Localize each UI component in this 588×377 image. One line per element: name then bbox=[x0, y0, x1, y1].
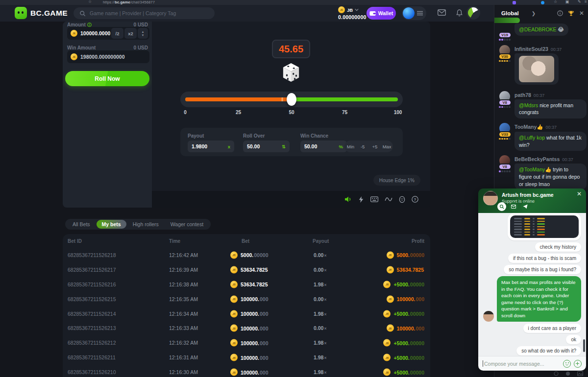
lightning-icon[interactable] bbox=[358, 196, 364, 203]
win-chance-input[interactable]: 50.00% bbox=[300, 141, 347, 152]
column-header: Payout bbox=[313, 238, 329, 244]
bankroll-icon[interactable] bbox=[399, 196, 405, 203]
trophy-icon[interactable] bbox=[568, 10, 574, 17]
profile-menu[interactable] bbox=[402, 6, 426, 20]
extension-icon[interactable] bbox=[513, 1, 516, 4]
user-message[interactable]: check my history bbox=[535, 242, 581, 252]
chat-room-title[interactable]: Global bbox=[501, 10, 519, 16]
amount-stepper[interactable]: ▲▼ bbox=[138, 28, 148, 39]
user-message[interactable]: i dont care as a player bbox=[523, 324, 581, 333]
extension-icon[interactable] bbox=[541, 1, 544, 4]
username[interactable]: path78 bbox=[514, 92, 531, 98]
bet-amount: JB100000.000 bbox=[230, 325, 269, 332]
telegram-channel-icon[interactable] bbox=[521, 202, 530, 211]
mention[interactable]: @Mdsrs bbox=[519, 102, 539, 108]
slider-knob[interactable] bbox=[287, 93, 296, 106]
chevron-right-icon[interactable]: ❯ bbox=[532, 11, 552, 16]
search-support-icon[interactable] bbox=[497, 202, 506, 211]
message-bubble[interactable]: @DEADBROKE 😂 bbox=[514, 24, 568, 36]
emoji-picker-icon[interactable] bbox=[563, 360, 571, 368]
close-support-icon[interactable]: ✕ bbox=[577, 190, 582, 197]
coin-icon: JB bbox=[387, 295, 394, 303]
chat-message: V33 TooMany👍00:37 @Luffy kop what for th… bbox=[497, 123, 587, 151]
search-input[interactable]: Game name | Provider | Category Tag bbox=[74, 7, 215, 19]
username[interactable]: BeBeBeckyPantss bbox=[514, 156, 560, 162]
table-row[interactable]: 68285367211526212 12:16:32 AM JB100000.0… bbox=[63, 335, 430, 350]
payout-input[interactable]: 1.9800x bbox=[188, 141, 234, 152]
table-row[interactable]: 68285367211526215 12:16:35 AM JB100000.0… bbox=[63, 292, 430, 306]
tab-all-bets[interactable]: All Bets bbox=[67, 220, 96, 229]
help-icon[interactable]: ? bbox=[412, 196, 418, 203]
support-scrollbar[interactable] bbox=[583, 339, 585, 352]
star-icon[interactable]: ☆ bbox=[554, 0, 557, 4]
quick-button-max[interactable]: Max bbox=[381, 141, 393, 152]
bet-amount: JB100000.000 bbox=[230, 354, 269, 361]
bcgame-logo[interactable]: BC.GAME bbox=[15, 7, 68, 19]
sent-screenshot[interactable] bbox=[508, 213, 581, 240]
bookmark-icon[interactable]: ☆ bbox=[88, 0, 92, 4]
tab-high-rollers[interactable]: High rollers bbox=[127, 220, 164, 229]
emoji-icon[interactable] bbox=[565, 371, 570, 376]
tab-wager-contest[interactable]: Wager contest bbox=[165, 220, 209, 229]
quick-button--5[interactable]: -5 bbox=[357, 141, 369, 152]
currency-coin-icon: JB bbox=[338, 6, 345, 13]
coin-icon: JB bbox=[383, 310, 391, 317]
bet-id: 68285367211526215 bbox=[68, 296, 116, 302]
message-bubble[interactable]: @Luffy kop what for that 1k win? bbox=[514, 132, 587, 151]
table-row[interactable]: 68285367211526213 12:16:33 AM JB100000.0… bbox=[63, 321, 430, 335]
username[interactable]: TooMany👍 bbox=[514, 124, 543, 130]
username[interactable]: InfiniteSoul23 bbox=[514, 46, 548, 52]
sound-icon[interactable] bbox=[344, 196, 352, 203]
table-row[interactable]: 68285367211526218 12:16:42 AM JB5000.000… bbox=[63, 248, 430, 262]
agent-bubble[interactable]: Max bet and max profits are visible in t… bbox=[497, 276, 581, 322]
message-bubble[interactable]: @Mdsrs nice profit man congrats bbox=[514, 99, 587, 118]
roll-over-input[interactable]: 50.00⇅ bbox=[243, 141, 290, 152]
mention[interactable]: @TooMany👍 bbox=[519, 166, 553, 172]
user-message[interactable]: so what do we do with it? bbox=[516, 346, 581, 355]
chat-rules-icon[interactable] bbox=[557, 10, 563, 16]
mail-icon[interactable] bbox=[438, 9, 446, 16]
chat-image[interactable] bbox=[519, 56, 554, 82]
trends-icon[interactable] bbox=[385, 196, 392, 202]
bell-icon[interactable] bbox=[456, 9, 463, 17]
edit-icon[interactable]: ✎ bbox=[578, 0, 581, 4]
table-row[interactable]: 68285367211526210 12:16:30 AM JB100000.0… bbox=[63, 365, 430, 377]
download-icon[interactable]: ▣ bbox=[565, 0, 569, 4]
hotkeys-icon[interactable] bbox=[370, 196, 378, 202]
bet-amount: JB100000.000 bbox=[230, 310, 269, 317]
mention[interactable]: @Luffy kop bbox=[519, 135, 546, 141]
mention[interactable]: @DEADBROKE bbox=[519, 26, 558, 32]
table-row[interactable]: 68285367211526216 12:16:38 AM JB53634.78… bbox=[63, 277, 430, 292]
balance-selector[interactable]: JB JB 0.00000000 bbox=[338, 6, 366, 20]
avatar bbox=[403, 7, 415, 19]
message-bubble[interactable] bbox=[514, 53, 559, 85]
table-row[interactable]: 68285367211526211 12:16:31 AM JB100000.0… bbox=[63, 350, 430, 365]
user-message[interactable]: if this not a bug - this is scam bbox=[508, 254, 581, 263]
roll-slider[interactable] bbox=[180, 92, 403, 107]
close-chat-icon[interactable]: ✕ bbox=[579, 10, 584, 17]
user-message[interactable]: ok bbox=[566, 335, 581, 344]
tab-my-bets[interactable]: My bets bbox=[97, 220, 126, 229]
bet-id: 68285367211526212 bbox=[68, 340, 116, 346]
message-bubble[interactable]: @TooMany👍 tryin to figure out if im gonn… bbox=[514, 164, 587, 190]
amount-input[interactable]: JB 100000.00000000 /2 x2 ▲▼ bbox=[67, 27, 149, 40]
image-upload-icon[interactable] bbox=[577, 371, 583, 376]
table-row[interactable]: 68285367211526214 12:16:34 AM JB100000.0… bbox=[63, 306, 430, 321]
user-message[interactable]: so maybe this is a bug i found? bbox=[504, 265, 581, 274]
compose-bar[interactable]: Compose your message... bbox=[478, 356, 586, 371]
slow-mode-icon[interactable] bbox=[554, 371, 559, 376]
quick-button-+5[interactable]: +5 bbox=[369, 141, 381, 152]
half-button[interactable]: /2 bbox=[111, 28, 123, 39]
attach-icon[interactable] bbox=[574, 360, 582, 368]
double-button[interactable]: x2 bbox=[124, 28, 137, 39]
table-row[interactable]: 68285367211526217 12:16:39 AM JB53634.78… bbox=[63, 262, 430, 277]
roll-now-button[interactable]: Roll Now bbox=[65, 71, 149, 86]
address-url[interactable]: https://bc.game/chat/3456877 bbox=[103, 0, 155, 4]
wallet-button[interactable]: Wallet bbox=[367, 7, 396, 20]
email-channel-icon[interactable] bbox=[509, 202, 518, 211]
win-amount-input[interactable]: JB 198000.000000000 bbox=[67, 50, 149, 63]
quick-button-min[interactable]: Min bbox=[344, 141, 357, 152]
browser-menu-icon[interactable]: ≡ bbox=[585, 0, 587, 4]
chat-logo-icon[interactable] bbox=[466, 6, 480, 20]
bet-profit: JB+5000.00000 bbox=[383, 354, 424, 361]
